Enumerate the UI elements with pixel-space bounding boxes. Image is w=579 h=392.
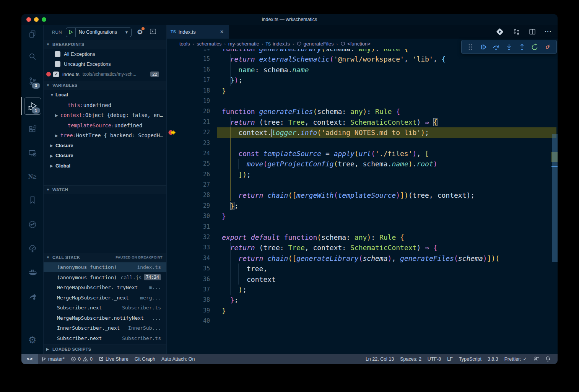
scrollbar[interactable] bbox=[551, 73, 558, 354]
code-line-17[interactable]: 17 }); bbox=[167, 75, 558, 85]
variables-section-header[interactable]: ▼ VARIABLES bbox=[43, 81, 166, 90]
run-or-open-changes-icon[interactable] bbox=[496, 28, 504, 36]
breakpoint-margin[interactable] bbox=[167, 222, 177, 232]
line-number[interactable]: 32 bbox=[177, 232, 210, 242]
code-line-33[interactable]: 33 return (tree: Tree, context: Schemati… bbox=[167, 242, 558, 253]
breakpoint-margin[interactable] bbox=[167, 306, 177, 316]
line-number[interactable]: 20 bbox=[177, 106, 210, 117]
zoom-window-button[interactable] bbox=[42, 17, 46, 22]
variable-row[interactable]: this: undefined bbox=[43, 100, 166, 110]
search-icon[interactable] bbox=[21, 47, 43, 66]
variables-scope-row[interactable]: ▶Closure bbox=[43, 151, 166, 161]
code-line-39[interactable]: 39} bbox=[167, 306, 558, 316]
line-number[interactable]: 24 bbox=[177, 148, 210, 159]
code-line-25[interactable]: 25 move(getProjectConfig(tree, schema.na… bbox=[167, 159, 558, 169]
explorer-icon[interactable] bbox=[21, 25, 43, 43]
breakpoint-margin[interactable] bbox=[167, 169, 177, 180]
run-and-debug-icon[interactable]: 1 bbox=[21, 97, 43, 115]
step-into-icon[interactable] bbox=[504, 42, 514, 52]
code-line-20[interactable]: 20function generateFiles(schema: any): R… bbox=[167, 106, 558, 117]
eol-item[interactable]: LF bbox=[444, 354, 456, 364]
more-actions-icon[interactable]: ··· bbox=[545, 28, 552, 35]
line-number[interactable]: 26 bbox=[177, 169, 210, 180]
typescript-version-item[interactable]: 3.8.3 bbox=[485, 354, 501, 364]
code-line-29[interactable]: 29 }; bbox=[167, 201, 558, 211]
breadcrumb-item[interactable]: <function> bbox=[340, 41, 371, 47]
line-number[interactable]: 23 bbox=[177, 138, 210, 148]
breadcrumb-item[interactable]: schematics bbox=[197, 41, 221, 47]
auto-attach-item[interactable]: Auto Attach: On bbox=[158, 354, 198, 364]
code-line-35[interactable]: 35 tree, bbox=[167, 264, 558, 274]
line-number[interactable]: 21 bbox=[177, 117, 210, 127]
call-stack-frame-row[interactable]: Subscriber.nextSubscriber.ts bbox=[43, 303, 166, 313]
breakpoint-margin[interactable] bbox=[167, 201, 177, 211]
line-number[interactable]: 16 bbox=[177, 65, 210, 75]
code-line-27[interactable]: 27 bbox=[167, 180, 558, 190]
code-line-34[interactable]: 34 return chain([generateLibrary(schema)… bbox=[167, 253, 558, 264]
line-number[interactable]: 38 bbox=[177, 295, 210, 305]
extensions-icon[interactable] bbox=[21, 120, 43, 138]
encoding-item[interactable]: UTF-8 bbox=[424, 354, 444, 364]
call-stack-frame-row[interactable]: (anonymous function)index.ts bbox=[43, 262, 166, 273]
share-extension-icon[interactable] bbox=[21, 287, 43, 306]
code-line-40[interactable]: 40 bbox=[167, 316, 558, 326]
code-line-22[interactable]: 22 context.logger.info('adding NOTES.md … bbox=[167, 127, 558, 138]
watch-section-header[interactable]: ▼ WATCH bbox=[43, 185, 166, 194]
code-line-38[interactable]: 38 }; bbox=[167, 295, 558, 305]
start-debugging-icon[interactable] bbox=[66, 28, 76, 37]
line-number[interactable]: 33 bbox=[177, 242, 210, 253]
traffic-lights[interactable] bbox=[26, 17, 46, 22]
variables-scope-row[interactable]: ▶Closure bbox=[43, 140, 166, 151]
breakpoint-row[interactable]: ✓index.tstools/schematics/my-sch...22 bbox=[43, 69, 166, 80]
code-line-37[interactable]: 37 ); bbox=[167, 285, 558, 295]
language-mode-item[interactable]: TypeScript bbox=[456, 354, 485, 364]
notifications-bell-icon[interactable] bbox=[542, 354, 554, 364]
line-number[interactable]: 30 bbox=[177, 211, 210, 221]
call-stack-frame-row[interactable]: (anonymous function)call.js74:24 bbox=[43, 272, 166, 283]
breakpoint-margin[interactable] bbox=[167, 159, 177, 169]
call-stack-frame-row[interactable]: MergeMapSubscriber.notifyNext... bbox=[43, 313, 166, 323]
breakpoint-current-line-icon[interactable] bbox=[168, 129, 176, 136]
variable-row[interactable]: ▶tree: HostTree {_backend: ScopedH… bbox=[43, 130, 166, 141]
indentation-item[interactable]: Spaces: 2 bbox=[397, 354, 424, 364]
line-number[interactable]: 17 bbox=[177, 75, 210, 85]
breakpoint-margin[interactable] bbox=[167, 253, 177, 264]
call-stack-frame-row[interactable]: MergeMapSubscriber._nextmerg... bbox=[43, 293, 166, 303]
code-line-36[interactable]: 36 context bbox=[167, 274, 558, 285]
compare-changes-icon[interactable] bbox=[512, 28, 520, 36]
call-stack-frame-row[interactable]: Subscriber.nextSubscriber.ts bbox=[43, 333, 166, 343]
breakpoint-margin[interactable] bbox=[167, 316, 177, 326]
call-stack-frame-row[interactable]: InnerSubscriber._nextInnerSub... bbox=[43, 323, 166, 333]
checkbox[interactable]: ✓ bbox=[53, 72, 59, 77]
breakpoint-margin[interactable] bbox=[167, 75, 177, 85]
problems-item[interactable]: 0 0 bbox=[68, 354, 96, 364]
line-number[interactable]: 29 bbox=[177, 201, 210, 211]
git-graph-item[interactable]: Git Graph bbox=[132, 354, 158, 364]
line-number[interactable]: 31 bbox=[177, 222, 210, 232]
breakpoint-margin[interactable] bbox=[167, 54, 177, 64]
line-number[interactable]: 40 bbox=[177, 316, 210, 326]
code-line-16[interactable]: 16 name: schema.name bbox=[167, 65, 558, 75]
breakpoint-margin[interactable] bbox=[167, 148, 177, 159]
disconnect-icon[interactable] bbox=[543, 42, 553, 52]
line-number[interactable]: 35 bbox=[177, 264, 210, 274]
variable-row[interactable]: templateSource: undefined bbox=[43, 120, 166, 130]
breakpoint-margin[interactable] bbox=[167, 49, 177, 54]
debug-console-icon[interactable] bbox=[149, 28, 157, 37]
line-number[interactable]: 22 bbox=[177, 127, 210, 138]
breakpoint-margin[interactable] bbox=[167, 232, 177, 242]
breadcrumb-item[interactable]: generateFiles bbox=[297, 41, 334, 47]
loaded-scripts-section-header[interactable]: ▶ LOADED SCRIPTS bbox=[43, 345, 166, 354]
line-number[interactable]: 37 bbox=[177, 285, 210, 295]
checkbox[interactable] bbox=[55, 61, 60, 67]
breakpoint-margin[interactable] bbox=[167, 86, 177, 96]
breakpoint-row[interactable]: All Exceptions bbox=[43, 49, 166, 59]
line-number[interactable]: 34 bbox=[177, 253, 210, 264]
continue-icon[interactable] bbox=[478, 42, 488, 52]
code-editor[interactable]: 14function generateLibrary(schema: any):… bbox=[167, 49, 558, 354]
breakpoint-margin[interactable] bbox=[167, 242, 177, 253]
prettier-item[interactable]: Prettier: ✓ bbox=[501, 354, 530, 364]
checkbox[interactable] bbox=[55, 51, 60, 57]
call-stack-section-header[interactable]: ▼ CALL STACK PAUSED ON BREAKPOINT bbox=[43, 253, 166, 262]
breakpoint-margin[interactable] bbox=[167, 264, 177, 274]
